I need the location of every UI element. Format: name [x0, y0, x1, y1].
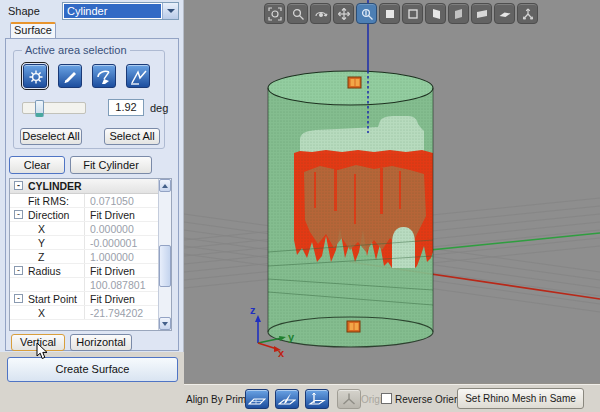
- move-axes-icon[interactable]: [517, 3, 538, 24]
- property-row[interactable]: - RadiusFit Driven: [10, 264, 158, 278]
- angle-unit-label: deg: [150, 102, 168, 114]
- arrow-down-icon: [162, 322, 168, 326]
- arrow-up-icon: [162, 184, 168, 188]
- property-table-header[interactable]: - CYLINDER: [10, 179, 158, 194]
- view-top-icon[interactable]: [494, 3, 515, 24]
- collapse-icon[interactable]: -: [14, 181, 23, 190]
- property-row[interactable]: Y-0.000001: [10, 236, 158, 250]
- view-wireframe-icon[interactable]: [402, 3, 423, 24]
- property-row[interactable]: Z1.000000: [10, 250, 158, 264]
- lasso-pen-icon: [93, 65, 117, 89]
- bottom-bar: Align By Primitive Origin Reverse Orient…: [184, 383, 600, 412]
- pen-icon: [59, 65, 83, 89]
- zoom-window-icon[interactable]: [264, 3, 285, 24]
- align-box-button[interactable]: [305, 389, 329, 409]
- z-axis-label: z: [250, 304, 256, 316]
- collapse-icon[interactable]: -: [14, 266, 23, 275]
- zoom-icon[interactable]: [287, 3, 308, 24]
- property-row[interactable]: Fit RMS:0.071050: [10, 194, 158, 208]
- collapse-icon[interactable]: -: [14, 294, 23, 303]
- axis-marker-bottom[interactable]: [347, 321, 360, 332]
- create-surface-button[interactable]: Create Surface: [7, 357, 178, 382]
- gear-select-button[interactable]: [23, 64, 47, 88]
- property-row[interactable]: X0.000000: [10, 222, 158, 236]
- pen-select-button[interactable]: [58, 64, 82, 88]
- scroll-down-button[interactable]: [159, 317, 171, 330]
- property-table: - CYLINDER Fit RMS:0.071050 - DirectionF…: [9, 178, 172, 331]
- axis-marker-top[interactable]: [348, 77, 361, 88]
- x-axis-label: x: [278, 347, 285, 359]
- group-label: Active area selection: [22, 44, 130, 56]
- polyline-icon: [127, 65, 151, 89]
- fit-cylinder-button[interactable]: Fit Cylinder: [70, 156, 152, 174]
- angle-slider[interactable]: [22, 102, 86, 114]
- lasso-select-button[interactable]: [92, 64, 116, 88]
- scene-canvas[interactable]: z y x: [184, 0, 600, 383]
- viewport-3d[interactable]: z y x: [184, 0, 600, 383]
- scroll-up-button[interactable]: [159, 179, 171, 192]
- property-row[interactable]: X-21.794202: [10, 306, 158, 320]
- mouse-cursor: [36, 342, 49, 361]
- collapse-icon[interactable]: -: [14, 210, 23, 219]
- zoom-selected-icon[interactable]: [356, 3, 377, 24]
- property-row[interactable]: - DirectionFit Driven: [10, 208, 158, 222]
- align-pen-button[interactable]: [275, 389, 299, 409]
- shape-dropdown-value: Cylinder: [64, 4, 161, 18]
- horizontal-button[interactable]: Horizontal: [70, 334, 132, 351]
- left-panel: Shape Cylinder Surface Active area selec…: [0, 0, 184, 352]
- table-scrollbar[interactable]: [158, 179, 171, 330]
- surface-tab-page: Active area selection 1.92 deg Deselect …: [5, 38, 179, 351]
- shape-label: Shape: [8, 5, 40, 17]
- active-area-selection-group: Active area selection 1.92 deg Deselect …: [13, 50, 165, 149]
- chevron-down-icon: [167, 9, 175, 13]
- y-axis-label: y: [288, 331, 295, 343]
- origin-button-disabled: [337, 389, 361, 409]
- reverse-orientation-checkbox[interactable]: [381, 393, 392, 404]
- align-plane-button[interactable]: [245, 389, 269, 409]
- select-all-button[interactable]: Select All: [104, 128, 160, 145]
- clear-button[interactable]: Clear: [9, 156, 65, 174]
- view-right-icon[interactable]: [448, 3, 469, 24]
- view-front-icon[interactable]: [471, 3, 492, 24]
- angle-slider-handle[interactable]: [35, 100, 44, 117]
- viewport-toolbar: [264, 3, 538, 24]
- angle-input[interactable]: 1.92: [108, 99, 144, 116]
- gear-icon: [24, 65, 48, 89]
- view-shaded-icon[interactable]: [379, 3, 400, 24]
- set-rhino-mesh-button[interactable]: Set Rhino Mesh in Same Location: [457, 388, 584, 409]
- tab-surface[interactable]: Surface: [10, 22, 56, 39]
- dropdown-arrow-button[interactable]: [162, 3, 178, 19]
- property-row[interactable]: - Start PointFit Driven: [10, 292, 158, 306]
- shape-dropdown[interactable]: Cylinder: [62, 2, 179, 20]
- orbit-icon[interactable]: [310, 3, 331, 24]
- polyline-select-button[interactable]: [126, 64, 150, 88]
- pan-icon[interactable]: [333, 3, 354, 24]
- application-window: { "panel": { "shape_label": "Shape", "sh…: [0, 0, 600, 412]
- cylinder-dot-texture: [268, 88, 433, 347]
- view-left-icon[interactable]: [425, 3, 446, 24]
- scrollbar-thumb[interactable]: [159, 245, 171, 287]
- property-row[interactable]: 100.087801: [10, 278, 158, 292]
- deselect-all-button[interactable]: Deselect All: [20, 128, 82, 145]
